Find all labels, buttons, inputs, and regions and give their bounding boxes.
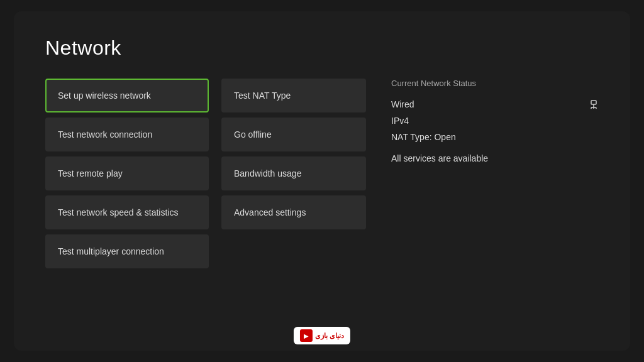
status-wired-row: Wired — [391, 98, 599, 111]
menu-item-test-nat[interactable]: Test NAT Type — [221, 79, 366, 112]
content-area: Set up wireless network Test network con… — [45, 79, 599, 332]
middle-column: Test NAT Type Go offline Bandwidth usage… — [221, 79, 366, 332]
logo-icon — [300, 329, 313, 342]
status-nat-type: NAT Type: Open — [391, 131, 599, 143]
svg-rect-0 — [591, 101, 596, 104]
menu-item-test-remote[interactable]: Test remote play — [45, 156, 209, 190]
menu-item-bandwidth-usage[interactable]: Bandwidth usage — [221, 156, 366, 190]
menu-item-test-multiplayer[interactable]: Test multiplayer connection — [45, 234, 209, 268]
page-title: Network — [45, 36, 599, 60]
menu-item-setup-wireless[interactable]: Set up wireless network — [45, 79, 209, 112]
status-services: All services are available — [391, 153, 599, 163]
status-connection-type: Wired — [391, 99, 414, 109]
status-title: Current Network Status — [391, 79, 599, 88]
left-column: Set up wireless network Test network con… — [45, 79, 209, 332]
menu-item-test-speed[interactable]: Test network speed & statistics — [45, 195, 209, 229]
menu-item-test-network[interactable]: Test network connection — [45, 118, 209, 151]
screen: Network Set up wireless network Test net… — [14, 11, 630, 351]
status-ip-version: IPv4 — [391, 114, 599, 127]
menu-item-advanced-settings[interactable]: Advanced settings — [221, 195, 366, 229]
status-panel: Current Network Status Wired IPv4 NAT Ty… — [379, 79, 599, 332]
footer-logo: دنیای بازی — [294, 327, 350, 344]
logo-text: دنیای بازی — [315, 332, 344, 340]
menu-item-go-offline[interactable]: Go offline — [221, 118, 366, 151]
wired-icon — [589, 99, 599, 109]
